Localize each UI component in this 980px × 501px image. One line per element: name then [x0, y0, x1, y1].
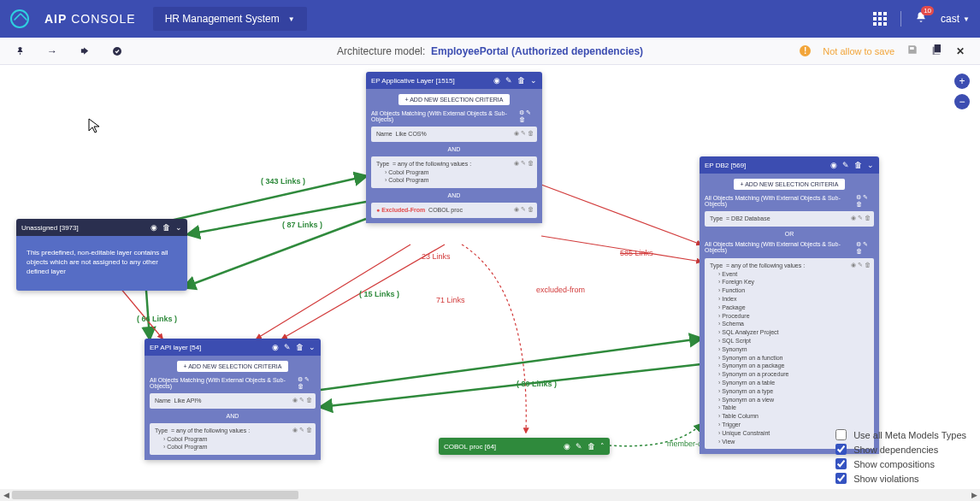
edit-icon[interactable]: ✎	[576, 442, 582, 451]
row-icons[interactable]: ◉ ✎ 🗑	[514, 159, 534, 168]
svg-line-11	[120, 287, 162, 339]
breadcrumb: Architecture model: EmployeePortal (Auth…	[337, 45, 643, 57]
legend-meta[interactable]: Use all Meta Models Types	[835, 429, 966, 440]
legend-viol[interactable]: Show violations	[835, 473, 966, 484]
legend-deps[interactable]: Show dependencies	[835, 444, 966, 455]
check-circle-icon[interactable]	[112, 46, 122, 56]
save-icon[interactable]	[906, 44, 918, 58]
row-icons[interactable]: ◉ ✎ 🗑	[292, 396, 312, 404]
row-icons[interactable]: ◉ ✎ 🗑	[514, 205, 534, 214]
type-val: Cobol Program	[385, 168, 532, 177]
panel-unassigned-desc: This predefined, non-editable layer cont…	[16, 236, 187, 291]
row-icons[interactable]: ◉ ✎ 🗑	[851, 214, 871, 222]
delete-icon[interactable]: 🗑	[854, 161, 862, 169]
delete-icon[interactable]: 🗑	[517, 76, 525, 85]
diagram-canvas[interactable]: ( 343 Links ) ( 87 Links ) ( 15 Links ) …	[0, 65, 980, 489]
zoom-out-button[interactable]: −	[954, 94, 970, 109]
legend-comp-label: Show compositions	[853, 459, 935, 469]
eye-icon[interactable]: ◉	[272, 343, 279, 351]
criteria-type-simple[interactable]: Type = DB2 Database ◉ ✎ 🗑	[705, 211, 874, 227]
link-label-23: 23 Links	[422, 252, 451, 261]
chevron-down-icon[interactable]: ⌄	[530, 76, 537, 85]
criteria-type[interactable]: Type = any of the following values : ◉ ✎…	[371, 156, 537, 188]
criteria-type-list[interactable]: Type = any of the following values : ◉ ✎…	[705, 258, 874, 450]
legend-comp[interactable]: Show compositions	[835, 458, 966, 469]
panel-db2[interactable]: EP DB2 [569] ◉ ✎ 🗑 ⌄ + ADD NEW SELECTION…	[700, 156, 879, 454]
crit-val: = DB2 Database	[726, 215, 770, 221]
edit-icon[interactable]: ✎	[284, 343, 291, 351]
copy-icon[interactable]	[930, 43, 944, 59]
edit-icon[interactable]: ✎	[505, 76, 512, 85]
criteria-type[interactable]: Type = any of the following values : ◉ ✎…	[150, 423, 316, 455]
section-icons[interactable]: ⚙ ✎ 🗑	[519, 109, 537, 122]
arrow-right-icon[interactable]: →	[47, 45, 57, 57]
type-val: Cobol Program	[163, 435, 310, 444]
panel-cobol-proc[interactable]: COBOL proc [64] ◉ ✎ 🗑 ˄	[439, 438, 610, 455]
eye-icon[interactable]: ◉	[151, 223, 157, 232]
separator	[900, 11, 901, 27]
chevron-down-icon: ▼	[288, 15, 295, 23]
add-criteria-button[interactable]: + ADD NEW SELECTION CRITERIA	[398, 94, 511, 105]
and-label: AND	[371, 192, 537, 198]
add-criteria-button[interactable]: + ADD NEW SELECTION CRITERIA	[734, 179, 846, 190]
criteria-excluded[interactable]: ●Excluded-From COBOL proc ◉ ✎ 🗑	[371, 203, 537, 218]
panel-unassigned[interactable]: Unassigned [3973] ◉ 🗑 ⌄ This predefined,…	[16, 219, 187, 291]
export-icon[interactable]	[80, 46, 90, 56]
crit-val: Like COS%	[396, 131, 427, 137]
delete-icon[interactable]: 🗑	[162, 223, 170, 232]
matching-label: All Objects Matching (With External Obje…	[705, 241, 853, 253]
eye-icon[interactable]: ◉	[830, 161, 837, 169]
section-icons[interactable]: ⚙ ✎ 🗑	[856, 194, 874, 207]
link-label-15: ( 15 Links )	[359, 290, 399, 298]
apps-grid-icon[interactable]	[873, 12, 887, 26]
link-label-member: member-of	[667, 439, 705, 448]
crit-cond: = any of the following values :	[726, 262, 805, 268]
criteria-name[interactable]: Name Like API% ◉ ✎ 🗑	[150, 393, 316, 409]
type-val: Synonym	[718, 345, 869, 354]
scroll-thumb[interactable]	[12, 491, 298, 499]
crit-key: Name	[376, 131, 393, 137]
panel-app-layer-title: EP Applicative Layer [1515]	[371, 77, 488, 85]
type-val: Cobol Program	[385, 176, 532, 185]
close-icon[interactable]: ✕	[956, 45, 965, 57]
user-menu[interactable]: cast ▼	[941, 13, 970, 25]
row-icons[interactable]: ◉ ✎ 🗑	[292, 426, 312, 434]
horizontal-scrollbar[interactable]: ◀ ▶	[0, 489, 980, 501]
eye-icon[interactable]: ◉	[564, 442, 570, 451]
scroll-right-icon[interactable]: ▶	[968, 491, 980, 499]
delete-icon[interactable]: 🗑	[296, 343, 304, 351]
zoom-in-button[interactable]: +	[954, 74, 970, 89]
user-name: cast	[941, 13, 959, 25]
legend-meta-label: Use all Meta Models Types	[853, 430, 966, 440]
panel-app-layer[interactable]: EP Applicative Layer [1515] ◉ ✎ 🗑 ⌄ + AD…	[366, 72, 542, 223]
section-icons[interactable]: ⚙ ✎ 🗑	[298, 376, 316, 389]
notifications-button[interactable]: 10	[915, 11, 927, 27]
type-val: Synonym on a table	[718, 379, 869, 387]
chevron-down-icon[interactable]: ⌄	[309, 343, 316, 351]
delete-icon[interactable]: 🗑	[587, 442, 595, 451]
type-val: Package	[718, 304, 869, 312]
panel-api-layer[interactable]: EP API layer [54] ◉ ✎ 🗑 ⌄ + ADD NEW SELE…	[145, 339, 321, 460]
scroll-track[interactable]	[12, 491, 968, 499]
legend: Use all Meta Models Types Show dependenc…	[835, 426, 966, 487]
crit-key: Type	[155, 427, 168, 433]
matching-label: All Objects Matching (With External Obje…	[705, 195, 853, 207]
pin-icon[interactable]	[15, 46, 25, 56]
chevron-down-icon[interactable]: ⌄	[867, 161, 874, 169]
panel-cobol-title: COBOL proc [64]	[444, 443, 558, 451]
type-val: SQL Script	[718, 337, 869, 345]
edit-icon[interactable]: ✎	[842, 161, 849, 169]
chevron-down-icon[interactable]: ⌄	[175, 223, 182, 232]
row-icons[interactable]: ◉ ✎ 🗑	[851, 261, 871, 269]
row-icons[interactable]: ◉ ✎ 🗑	[514, 129, 534, 138]
add-criteria-button[interactable]: + ADD NEW SELECTION CRITERIA	[177, 361, 289, 372]
eye-icon[interactable]: ◉	[493, 76, 500, 85]
type-val: Schema	[718, 320, 869, 328]
project-selector[interactable]: HR Management System ▼	[153, 7, 307, 31]
criteria-name[interactable]: Name Like COS% ◉ ✎ 🗑	[371, 127, 537, 142]
section-icons[interactable]: ⚙ ✎ 🗑	[856, 241, 874, 254]
chevron-down-icon: ▼	[963, 15, 970, 23]
scroll-left-icon[interactable]: ◀	[0, 491, 12, 499]
chevron-up-icon[interactable]: ˄	[600, 442, 605, 451]
svg-line-3	[184, 219, 366, 287]
